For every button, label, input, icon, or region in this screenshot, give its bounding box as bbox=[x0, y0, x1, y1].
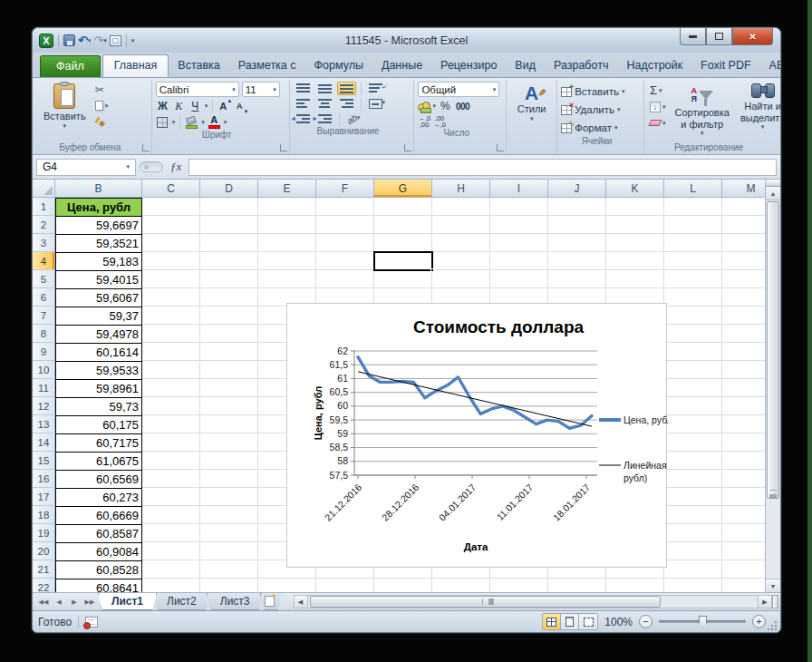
zoom-slider[interactable] bbox=[659, 620, 746, 623]
page-break-view-button[interactable] bbox=[579, 614, 597, 629]
tab-Foxit PDF[interactable]: Foxit PDF bbox=[691, 55, 760, 77]
row-header-9[interactable]: 9 bbox=[33, 343, 55, 361]
insert-function-icon[interactable]: ƒx bbox=[167, 160, 185, 174]
prev-sheet-icon[interactable]: ◀ bbox=[52, 595, 66, 608]
row-header-10[interactable]: 10 bbox=[33, 361, 55, 379]
row-header-7[interactable]: 7 bbox=[33, 307, 55, 325]
cell-B9[interactable]: 60,1614 bbox=[56, 344, 141, 362]
row-header-20[interactable]: 20 bbox=[33, 542, 55, 560]
minimize-button[interactable] bbox=[680, 28, 706, 45]
align-middle-button[interactable] bbox=[315, 82, 334, 95]
cell-B18[interactable]: 60,6669 bbox=[56, 507, 141, 525]
merge-center-button[interactable]: ▾ bbox=[366, 97, 389, 111]
cell-B15[interactable]: 61,0675 bbox=[56, 453, 141, 471]
accounting-format-button[interactable]: ▾ bbox=[418, 101, 436, 112]
column-header-D[interactable]: D bbox=[200, 180, 258, 197]
column-header-H[interactable]: H bbox=[432, 180, 490, 197]
align-left-button[interactable] bbox=[294, 97, 313, 111]
scrollbar-split-box[interactable] bbox=[766, 180, 780, 187]
scroll-right-icon[interactable]: ▶ bbox=[758, 595, 772, 608]
active-cell-outline[interactable] bbox=[373, 251, 433, 271]
column-header-L[interactable]: L bbox=[664, 180, 722, 197]
align-center-button[interactable] bbox=[315, 97, 334, 111]
underline-button[interactable]: Ч bbox=[188, 99, 202, 113]
column-header-B[interactable]: B bbox=[55, 180, 142, 197]
switch-windows-icon[interactable] bbox=[110, 35, 121, 46]
row-header-22[interactable]: 22 bbox=[33, 579, 55, 592]
cell-B4[interactable]: 59,183 bbox=[56, 253, 141, 271]
cell-B12[interactable]: 59,73 bbox=[56, 398, 141, 416]
save-icon[interactable] bbox=[63, 34, 75, 46]
row-header-18[interactable]: 18 bbox=[33, 506, 55, 524]
cell-B17[interactable]: 60,273 bbox=[56, 489, 141, 507]
cell-B1[interactable]: Цена, рубл bbox=[56, 199, 141, 217]
row-header-12[interactable]: 12 bbox=[33, 397, 55, 415]
vertical-scroll-thumb[interactable] bbox=[767, 201, 779, 499]
cell-B13[interactable]: 60,175 bbox=[56, 416, 141, 434]
align-top-button[interactable] bbox=[294, 82, 313, 95]
dialog-launcher-icon[interactable] bbox=[497, 144, 504, 151]
comma-style-button[interactable]: 000 bbox=[455, 99, 470, 113]
tab-Главная[interactable]: Главная bbox=[102, 54, 169, 77]
row-header-17[interactable]: 17 bbox=[33, 488, 55, 506]
scroll-left-icon[interactable]: ◀ bbox=[294, 595, 308, 608]
horizontal-scroll-thumb[interactable] bbox=[310, 596, 661, 608]
first-sheet-icon[interactable]: ◀◀ bbox=[36, 595, 51, 608]
clear-button[interactable]: ▾ bbox=[648, 116, 668, 130]
redo-icon[interactable]: ↷▾ bbox=[93, 34, 106, 47]
column-header-K[interactable]: K bbox=[606, 180, 664, 197]
cut-button[interactable]: ✂ bbox=[93, 83, 111, 96]
row-header-1[interactable]: 1 bbox=[33, 198, 55, 216]
macro-record-icon[interactable] bbox=[85, 617, 98, 628]
number-format-combo[interactable]: Общий▾ bbox=[418, 82, 499, 97]
tab-file[interactable]: Файл bbox=[40, 55, 101, 77]
fill-handle[interactable] bbox=[430, 268, 434, 272]
paste-button[interactable]: Вставить▾ bbox=[40, 82, 90, 142]
column-header-G[interactable]: G bbox=[374, 180, 432, 197]
bold-button[interactable]: Ж bbox=[156, 99, 169, 113]
row-header-21[interactable]: 21 bbox=[33, 560, 55, 579]
sort-filter-button[interactable]: АЯ Сортировка и фильтр▾ bbox=[672, 82, 733, 142]
italic-button[interactable]: К bbox=[172, 99, 186, 113]
cell-B3[interactable]: 59,3521 bbox=[56, 235, 141, 253]
row-header-5[interactable]: 5 bbox=[33, 270, 55, 288]
format-painter-button[interactable] bbox=[93, 115, 111, 129]
row-header-13[interactable]: 13 bbox=[33, 415, 55, 433]
font-color-button[interactable]: А bbox=[208, 115, 221, 130]
percent-style-button[interactable]: % bbox=[439, 99, 452, 113]
decrease-decimal-button[interactable]: ,00→,0 bbox=[433, 115, 446, 128]
row-header-4[interactable]: 4 bbox=[33, 252, 55, 270]
dialog-launcher-icon[interactable] bbox=[404, 144, 411, 151]
select-all-corner[interactable] bbox=[33, 180, 55, 197]
customize-qat-icon[interactable]: ▾ bbox=[131, 37, 135, 44]
row-header-2[interactable]: 2 bbox=[33, 216, 55, 234]
close-button[interactable]: ✕ bbox=[732, 28, 773, 45]
zoom-in-icon[interactable]: + bbox=[752, 615, 766, 628]
fill-button[interactable]: ↓▾ bbox=[648, 100, 668, 113]
autosum-button[interactable]: Σ▾ bbox=[648, 83, 668, 97]
normal-view-button[interactable] bbox=[543, 614, 561, 629]
sheet-tab-Лист1[interactable]: Лист1 bbox=[98, 593, 157, 610]
row-header-11[interactable]: 11 bbox=[33, 379, 55, 397]
cell-B5[interactable]: 59,4015 bbox=[56, 271, 141, 289]
decrease-indent-button[interactable]: ◂ bbox=[294, 112, 313, 126]
align-bottom-button[interactable] bbox=[337, 82, 356, 95]
increase-decimal-button[interactable]: ←,0,00 bbox=[418, 115, 430, 128]
tab-Разработч[interactable]: Разработч bbox=[545, 55, 617, 77]
column-header-E[interactable]: E bbox=[258, 180, 316, 197]
cell-B19[interactable]: 60,8587 bbox=[56, 525, 141, 543]
cell-B14[interactable]: 60,7175 bbox=[56, 434, 141, 453]
delete-cells-button[interactable]: Удалить▾ bbox=[561, 102, 640, 118]
sheet-tab-Лист2[interactable]: Лист2 bbox=[153, 593, 210, 610]
zoom-slider-thumb[interactable] bbox=[699, 616, 707, 628]
scrollbar-split-box[interactable] bbox=[772, 595, 778, 608]
cell-B6[interactable]: 59,6067 bbox=[56, 289, 141, 307]
wrap-text-button[interactable]: ↵ bbox=[366, 82, 390, 95]
row-header-16[interactable]: 16 bbox=[33, 470, 55, 488]
row-header-8[interactable]: 8 bbox=[33, 325, 55, 343]
tab-Данные[interactable]: Данные bbox=[372, 55, 431, 77]
cell-B10[interactable]: 59,9533 bbox=[56, 362, 141, 380]
column-header-C[interactable]: C bbox=[142, 180, 200, 197]
borders-dropdown[interactable]: ▾ bbox=[172, 119, 176, 126]
cell-B11[interactable]: 59,8961 bbox=[56, 380, 141, 398]
